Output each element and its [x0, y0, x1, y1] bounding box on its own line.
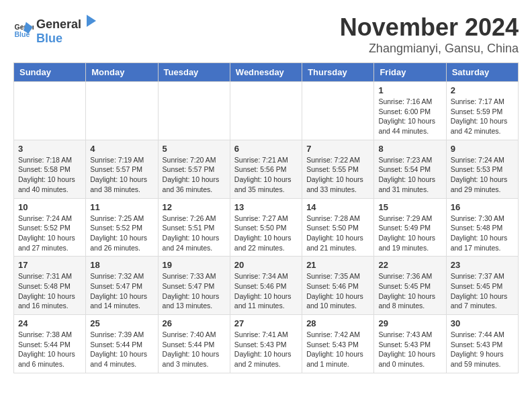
day-info: Sunrise: 7:18 AM Sunset: 5:58 PM Dayligh… [18, 155, 81, 195]
day-info: Sunrise: 7:24 AM Sunset: 5:53 PM Dayligh… [451, 155, 514, 195]
calendar-cell: 28Sunrise: 7:42 AM Sunset: 5:43 PM Dayli… [302, 315, 374, 373]
day-info: Sunrise: 7:38 AM Sunset: 5:44 PM Dayligh… [18, 330, 81, 369]
day-number: 3 [18, 144, 81, 154]
calendar-week-2: 3Sunrise: 7:18 AM Sunset: 5:58 PM Daylig… [14, 140, 519, 198]
day-info: Sunrise: 7:44 AM Sunset: 5:43 PM Dayligh… [451, 330, 514, 369]
day-number: 25 [90, 318, 153, 328]
day-info: Sunrise: 7:40 AM Sunset: 5:44 PM Dayligh… [163, 330, 226, 369]
calendar-cell: 27Sunrise: 7:41 AM Sunset: 5:43 PM Dayli… [230, 315, 302, 373]
calendar-cell: 10Sunrise: 7:24 AM Sunset: 5:52 PM Dayli… [14, 198, 86, 257]
day-number: 24 [18, 318, 81, 328]
calendar: SundayMondayTuesdayWednesdayThursdayFrid… [13, 62, 519, 373]
day-number: 12 [163, 202, 226, 212]
calendar-cell: 2Sunrise: 7:17 AM Sunset: 5:59 PM Daylig… [446, 82, 518, 140]
header-thursday: Thursday [302, 63, 374, 82]
calendar-cell: 13Sunrise: 7:27 AM Sunset: 5:50 PM Dayli… [230, 198, 302, 257]
day-number: 17 [18, 260, 81, 270]
calendar-cell: 17Sunrise: 7:31 AM Sunset: 5:48 PM Dayli… [14, 257, 86, 315]
calendar-week-4: 17Sunrise: 7:31 AM Sunset: 5:48 PM Dayli… [14, 257, 519, 315]
day-number: 28 [306, 318, 369, 328]
day-number: 8 [378, 144, 441, 154]
calendar-header-row: SundayMondayTuesdayWednesdayThursdayFrid… [14, 63, 519, 82]
day-info: Sunrise: 7:43 AM Sunset: 5:43 PM Dayligh… [378, 330, 441, 369]
month-title: November 2024 [340, 13, 519, 42]
calendar-cell: 5Sunrise: 7:20 AM Sunset: 5:57 PM Daylig… [158, 140, 230, 198]
day-info: Sunrise: 7:37 AM Sunset: 5:45 PM Dayligh… [451, 271, 514, 311]
calendar-cell: 25Sunrise: 7:39 AM Sunset: 5:44 PM Dayli… [86, 315, 158, 373]
title-area: November 2024 Zhangmianyi, Gansu, China [340, 13, 519, 56]
day-info: Sunrise: 7:16 AM Sunset: 6:00 PM Dayligh… [378, 97, 441, 136]
day-number: 23 [451, 260, 514, 270]
calendar-cell: 1Sunrise: 7:16 AM Sunset: 6:00 PM Daylig… [374, 82, 446, 140]
day-number: 5 [163, 144, 226, 154]
day-info: Sunrise: 7:25 AM Sunset: 5:52 PM Dayligh… [90, 214, 153, 253]
calendar-cell: 8Sunrise: 7:23 AM Sunset: 5:54 PM Daylig… [374, 140, 446, 198]
header: General Blue General Blue November 2024 … [13, 13, 519, 56]
day-info: Sunrise: 7:20 AM Sunset: 5:57 PM Dayligh… [163, 155, 226, 195]
calendar-cell: 9Sunrise: 7:24 AM Sunset: 5:53 PM Daylig… [446, 140, 518, 198]
day-number: 22 [378, 260, 441, 270]
calendar-cell: 3Sunrise: 7:18 AM Sunset: 5:58 PM Daylig… [14, 140, 86, 198]
day-number: 16 [451, 202, 514, 212]
day-info: Sunrise: 7:24 AM Sunset: 5:52 PM Dayligh… [18, 214, 81, 253]
day-info: Sunrise: 7:34 AM Sunset: 5:46 PM Dayligh… [234, 271, 298, 311]
day-number: 29 [378, 318, 441, 328]
logo-icon: General Blue [13, 19, 34, 40]
calendar-cell: 16Sunrise: 7:30 AM Sunset: 5:48 PM Dayli… [446, 198, 518, 257]
day-number: 11 [90, 202, 153, 212]
day-number: 19 [163, 260, 226, 270]
calendar-cell [86, 82, 158, 140]
day-number: 9 [451, 144, 514, 154]
day-number: 27 [234, 318, 298, 328]
calendar-cell: 21Sunrise: 7:35 AM Sunset: 5:46 PM Dayli… [302, 257, 374, 315]
day-number: 7 [306, 144, 369, 154]
day-number: 15 [378, 202, 441, 212]
calendar-cell [14, 82, 86, 140]
day-info: Sunrise: 7:19 AM Sunset: 5:57 PM Dayligh… [90, 155, 153, 195]
day-number: 6 [234, 144, 298, 154]
day-info: Sunrise: 7:32 AM Sunset: 5:47 PM Dayligh… [90, 271, 153, 311]
day-info: Sunrise: 7:33 AM Sunset: 5:47 PM Dayligh… [163, 271, 226, 311]
header-tuesday: Tuesday [158, 63, 230, 82]
day-number: 10 [18, 202, 81, 212]
calendar-cell: 29Sunrise: 7:43 AM Sunset: 5:43 PM Dayli… [374, 315, 446, 373]
day-info: Sunrise: 7:28 AM Sunset: 5:50 PM Dayligh… [306, 214, 369, 253]
day-number: 4 [90, 144, 153, 154]
header-friday: Friday [374, 63, 446, 82]
day-number: 14 [306, 202, 369, 212]
header-sunday: Sunday [14, 63, 86, 82]
day-number: 2 [451, 85, 514, 95]
day-info: Sunrise: 7:35 AM Sunset: 5:46 PM Dayligh… [306, 271, 369, 311]
calendar-cell: 30Sunrise: 7:44 AM Sunset: 5:43 PM Dayli… [446, 315, 518, 373]
header-saturday: Saturday [446, 63, 518, 82]
location-title: Zhangmianyi, Gansu, China [340, 42, 519, 56]
calendar-week-1: 1Sunrise: 7:16 AM Sunset: 6:00 PM Daylig… [14, 82, 519, 140]
calendar-week-5: 24Sunrise: 7:38 AM Sunset: 5:44 PM Dayli… [14, 315, 519, 373]
day-info: Sunrise: 7:29 AM Sunset: 5:49 PM Dayligh… [378, 214, 441, 253]
svg-marker-2 [87, 15, 96, 27]
day-number: 13 [234, 202, 298, 212]
logo-arrow-icon [83, 13, 97, 28]
calendar-cell [158, 82, 230, 140]
calendar-cell: 19Sunrise: 7:33 AM Sunset: 5:47 PM Dayli… [158, 257, 230, 315]
day-number: 30 [451, 318, 514, 328]
day-info: Sunrise: 7:31 AM Sunset: 5:48 PM Dayligh… [18, 271, 81, 311]
calendar-cell: 4Sunrise: 7:19 AM Sunset: 5:57 PM Daylig… [86, 140, 158, 198]
calendar-cell: 6Sunrise: 7:21 AM Sunset: 5:56 PM Daylig… [230, 140, 302, 198]
header-wednesday: Wednesday [230, 63, 302, 82]
day-info: Sunrise: 7:26 AM Sunset: 5:51 PM Dayligh… [163, 214, 226, 253]
day-number: 20 [234, 260, 298, 270]
day-number: 1 [378, 85, 441, 95]
day-info: Sunrise: 7:22 AM Sunset: 5:55 PM Dayligh… [306, 155, 369, 195]
calendar-cell: 20Sunrise: 7:34 AM Sunset: 5:46 PM Dayli… [230, 257, 302, 315]
logo: General Blue General Blue [13, 13, 97, 46]
svg-text:Blue: Blue [15, 30, 30, 38]
calendar-cell [230, 82, 302, 140]
day-info: Sunrise: 7:27 AM Sunset: 5:50 PM Dayligh… [234, 214, 298, 253]
calendar-cell: 12Sunrise: 7:26 AM Sunset: 5:51 PM Dayli… [158, 198, 230, 257]
calendar-cell: 26Sunrise: 7:40 AM Sunset: 5:44 PM Dayli… [158, 315, 230, 373]
calendar-cell: 7Sunrise: 7:22 AM Sunset: 5:55 PM Daylig… [302, 140, 374, 198]
header-monday: Monday [86, 63, 158, 82]
calendar-week-3: 10Sunrise: 7:24 AM Sunset: 5:52 PM Dayli… [14, 198, 519, 257]
day-info: Sunrise: 7:41 AM Sunset: 5:43 PM Dayligh… [234, 330, 298, 369]
